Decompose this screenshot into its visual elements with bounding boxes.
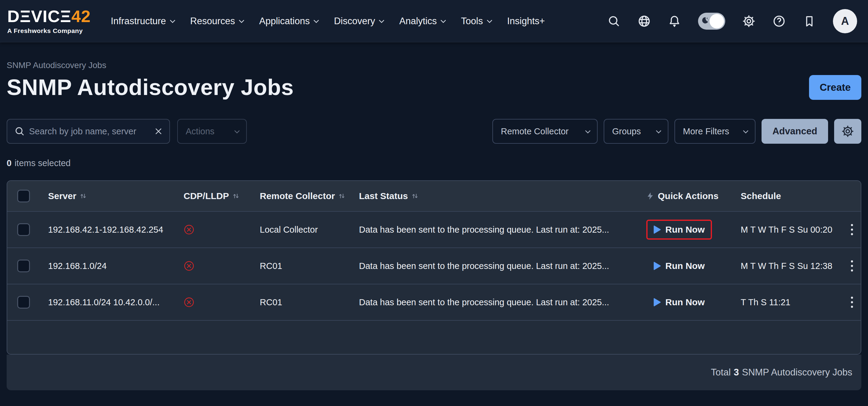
jobs-table: Server CDP/LLDP Remote Collector Last St… bbox=[7, 180, 861, 354]
menu-discovery[interactable]: Discovery bbox=[334, 16, 383, 27]
sort-icon bbox=[232, 192, 240, 200]
run-now-button[interactable]: Run Now bbox=[646, 256, 712, 276]
row-checkbox[interactable] bbox=[17, 223, 30, 236]
top-navbar: DΞVICΞ42 A Freshworks Company Infrastruc… bbox=[0, 0, 868, 42]
table-footer: Total 3 SNMP Autodiscovery Jobs bbox=[7, 354, 861, 390]
kebab-icon bbox=[850, 224, 854, 236]
collector-cell: RC01 bbox=[253, 261, 352, 271]
menu-infrastructure[interactable]: Infrastructure bbox=[111, 16, 174, 27]
chevron-down-icon bbox=[234, 128, 240, 133]
gear-icon[interactable] bbox=[742, 14, 755, 28]
run-now-button[interactable]: Run Now bbox=[646, 292, 712, 312]
page-title: SNMP Autodiscovery Jobs bbox=[7, 74, 294, 100]
table-header-row: Server CDP/LLDP Remote Collector Last St… bbox=[7, 181, 861, 211]
navbar-actions: A bbox=[607, 9, 857, 33]
clear-search-icon[interactable] bbox=[154, 127, 163, 135]
bookmark-icon[interactable] bbox=[803, 14, 816, 28]
collector-cell: Local Collector bbox=[253, 225, 352, 235]
chevron-down-icon bbox=[487, 18, 492, 23]
column-quick-actions: Quick Actions bbox=[639, 191, 734, 201]
circle-x-icon bbox=[184, 224, 194, 235]
column-remote-collector[interactable]: Remote Collector bbox=[253, 191, 352, 201]
actions-dropdown[interactable]: Actions bbox=[177, 119, 247, 144]
total-count-text: Total 3 SNMP Autodiscovery Jobs bbox=[711, 367, 852, 378]
help-icon[interactable] bbox=[772, 14, 786, 28]
chevron-down-icon bbox=[170, 18, 175, 23]
play-icon bbox=[654, 262, 661, 270]
menu-insights-plus[interactable]: Insights+ bbox=[507, 16, 545, 27]
column-server[interactable]: Server bbox=[41, 191, 177, 201]
main-content: SNMP Autodiscovery Jobs SNMP Autodiscove… bbox=[0, 61, 868, 390]
status-cell: Data has been sent to the processing que… bbox=[352, 225, 639, 235]
run-now-button[interactable]: Run Now bbox=[646, 220, 712, 240]
column-schedule: Schedule bbox=[734, 191, 838, 201]
column-cdp-lldp[interactable]: CDP/LLDP bbox=[177, 191, 253, 201]
circle-x-icon bbox=[184, 297, 194, 308]
chevron-down-icon bbox=[239, 18, 244, 23]
table-row: 192.168.11.0/24 10.42.0.0/... RC01 Data … bbox=[7, 284, 861, 320]
chevron-down-icon bbox=[656, 128, 661, 133]
status-cell: Data has been sent to the processing que… bbox=[352, 298, 639, 307]
sort-icon bbox=[338, 192, 346, 200]
server-cell[interactable]: 192.168.42.1-192.168.42.254 bbox=[41, 225, 177, 235]
lightning-icon bbox=[646, 191, 654, 200]
chevron-down-icon bbox=[743, 128, 748, 133]
more-filters-dropdown[interactable]: More Filters bbox=[675, 119, 755, 144]
menu-applications[interactable]: Applications bbox=[259, 16, 317, 27]
status-cell: Data has been sent to the processing que… bbox=[352, 261, 639, 271]
user-avatar[interactable]: A bbox=[833, 9, 857, 33]
menu-analytics[interactable]: Analytics bbox=[399, 16, 444, 27]
cdp-lldp-cell bbox=[177, 224, 253, 235]
globe-icon[interactable] bbox=[638, 14, 651, 28]
cdp-lldp-cell bbox=[177, 297, 253, 308]
row-menu-button[interactable] bbox=[845, 257, 859, 275]
quick-actions-cell: Run Now bbox=[639, 292, 734, 312]
advanced-button[interactable]: Advanced bbox=[762, 119, 828, 144]
schedule-cell: M T W Th F S Su 00:20 bbox=[734, 225, 838, 235]
play-icon bbox=[654, 225, 661, 234]
groups-filter[interactable]: Groups bbox=[604, 119, 669, 144]
table-row: 192.168.1.0/24 RC01 Data has been sent t… bbox=[7, 247, 861, 284]
search-input[interactable] bbox=[29, 126, 150, 136]
server-cell[interactable]: 192.168.11.0/24 10.42.0.0/... bbox=[41, 298, 177, 307]
collector-cell: RC01 bbox=[253, 298, 352, 307]
toggle-knob bbox=[710, 14, 724, 28]
main-menu: Infrastructure Resources Applications Di… bbox=[111, 16, 545, 27]
table-empty-area bbox=[7, 320, 861, 354]
menu-resources[interactable]: Resources bbox=[190, 16, 243, 27]
chevron-down-icon bbox=[379, 18, 384, 23]
table-settings-button[interactable] bbox=[834, 119, 861, 144]
menu-tools[interactable]: Tools bbox=[461, 16, 491, 27]
bell-icon[interactable] bbox=[668, 14, 681, 28]
row-menu-button[interactable] bbox=[845, 293, 859, 311]
play-icon bbox=[654, 298, 661, 307]
remote-collector-filter[interactable]: Remote Collector bbox=[492, 119, 598, 144]
table-row: 192.168.42.1-192.168.42.254 Local Collec… bbox=[7, 211, 861, 247]
row-menu-button[interactable] bbox=[845, 221, 859, 239]
moon-icon bbox=[700, 16, 709, 25]
select-all-checkbox[interactable] bbox=[17, 190, 30, 202]
search-box[interactable] bbox=[7, 119, 170, 144]
schedule-cell: M T W Th F S Su 12:38 bbox=[734, 261, 838, 271]
row-checkbox[interactable] bbox=[17, 296, 30, 309]
column-last-status[interactable]: Last Status bbox=[352, 191, 639, 201]
chevron-down-icon bbox=[441, 18, 446, 23]
theme-toggle[interactable] bbox=[698, 13, 725, 30]
server-cell[interactable]: 192.168.1.0/24 bbox=[41, 261, 177, 271]
chevron-down-icon bbox=[585, 128, 590, 133]
circle-x-icon bbox=[184, 260, 194, 271]
breadcrumb[interactable]: SNMP Autodiscovery Jobs bbox=[7, 61, 861, 70]
quick-actions-cell: Run Now bbox=[639, 220, 734, 240]
kebab-icon bbox=[850, 296, 854, 308]
schedule-cell: T Th S 11:21 bbox=[734, 298, 838, 307]
kebab-icon bbox=[850, 260, 854, 272]
sort-icon bbox=[411, 192, 419, 200]
gear-icon bbox=[841, 125, 854, 138]
device42-logo[interactable]: DΞVICΞ42 A Freshworks Company bbox=[7, 8, 91, 34]
sort-icon bbox=[79, 192, 87, 200]
row-checkbox[interactable] bbox=[17, 259, 30, 272]
toolbar: Actions Remote Collector Groups More Fil… bbox=[7, 119, 861, 144]
search-icon[interactable] bbox=[607, 14, 621, 28]
quick-actions-cell: Run Now bbox=[639, 256, 734, 276]
create-button[interactable]: Create bbox=[809, 75, 861, 100]
